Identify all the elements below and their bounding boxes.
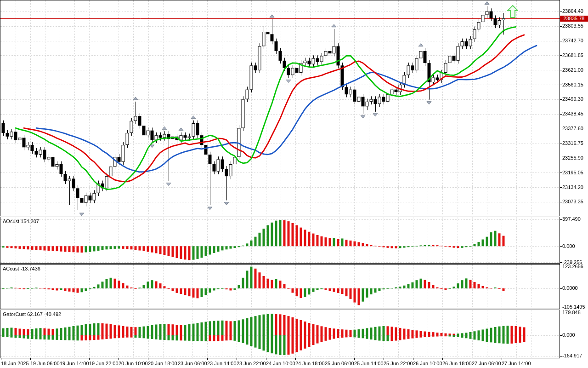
- price-axis-label: 23621.00: [562, 67, 583, 73]
- time-axis-label: 20 Jun 18:00: [148, 361, 177, 366]
- time-axis-label: 23 Jun 22:00: [237, 361, 266, 366]
- price-axis-label: 23560.15: [562, 82, 583, 87]
- price-axis-label: 23681.85: [562, 52, 583, 58]
- time-axis[interactable]: 18 Jun 202519 Jun 06:0019 Jun 14:0019 Ju…: [0, 358, 588, 368]
- indicator-title-ao: AOcust 154.207: [3, 218, 39, 224]
- chart-canvas[interactable]: [0, 0, 588, 368]
- price-axis-label: 23864.40: [562, 8, 583, 14]
- time-axis-label: 18 Jun 2025: [1, 361, 29, 366]
- time-axis-label: 20 Jun 10:00: [119, 361, 148, 366]
- trading-chart-window: AOcust 154.207 ACcust -13.7436 GatorCust…: [0, 0, 588, 368]
- time-axis-label: 25 Jun 14:00: [354, 361, 384, 366]
- buy-signal-arrow-icon[interactable]: [507, 5, 518, 18]
- price-axis-label: 23316.75: [562, 140, 583, 146]
- price-axis-label: 0.0000: [562, 285, 578, 291]
- time-axis-label: 24 Jun 10:00: [266, 361, 295, 366]
- price-axis-label: -105.1495: [562, 304, 585, 310]
- price-axis-label: 23255.90: [562, 155, 583, 161]
- time-axis-label: 19 Jun 14:00: [60, 361, 89, 366]
- time-axis-label: 19 Jun 06:00: [30, 361, 60, 366]
- price-axis[interactable]: 23864.4023803.5523742.7023681.8523621.00…: [560, 0, 588, 358]
- time-axis-label: 23 Jun 14:00: [207, 361, 237, 366]
- price-axis-label: 23377.60: [562, 126, 583, 131]
- time-axis-label: 24 Jun 18:00: [295, 361, 325, 366]
- price-axis-label: 23073.35: [562, 199, 583, 204]
- price-axis-label: 23438.45: [562, 111, 583, 116]
- price-axis-label: 0.000: [562, 243, 575, 249]
- time-axis-label: 25 Jun 22:00: [384, 361, 413, 366]
- price-axis-label: 397.490: [562, 216, 581, 222]
- time-axis-label: 19 Jun 22:00: [89, 361, 119, 366]
- price-axis-label: 23742.70: [562, 38, 583, 43]
- price-axis-label: 23195.05: [562, 170, 583, 175]
- price-axis-label: 23499.30: [562, 96, 583, 102]
- time-axis-label: 25 Jun 06:00: [325, 361, 354, 366]
- price-axis-label: 0.000: [562, 332, 575, 338]
- price-axis-label: -164.917: [562, 353, 582, 358]
- time-axis-label: 27 Jun 06:00: [472, 361, 501, 366]
- time-axis-label: 26 Jun 10:00: [413, 361, 442, 366]
- price-axis-label: 179.848: [562, 310, 581, 315]
- bid-price-tag: 23835.78: [560, 16, 588, 22]
- buy-arrow-shape: [508, 6, 518, 17]
- price-axis-label: 23134.20: [562, 184, 583, 190]
- time-axis-label: 27 Jun 14:00: [502, 361, 531, 366]
- indicator-title-ac: ACcust -13.7436: [3, 266, 40, 271]
- time-axis-label: 23 Jun 06:00: [178, 361, 207, 366]
- time-axis-label: 26 Jun 18:00: [442, 361, 472, 366]
- price-axis-label: 123.2656: [562, 264, 583, 269]
- indicator-title-gator: GatorCust 62.167 -40.492: [3, 311, 61, 317]
- price-axis-label: 23803.55: [562, 23, 583, 29]
